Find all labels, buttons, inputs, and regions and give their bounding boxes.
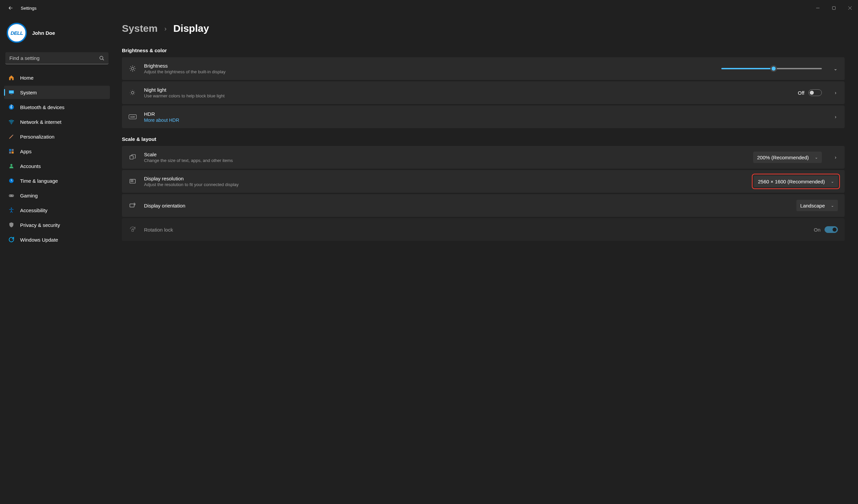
back-button[interactable]: [3, 0, 19, 16]
svg-text:HDR: HDR: [130, 116, 135, 118]
sidebar-item-label: System: [20, 90, 37, 95]
sidebar-item-label: Gaming: [20, 193, 38, 198]
apps-icon: [8, 148, 15, 155]
orientation-value: Landscape: [800, 203, 825, 209]
chevron-right-icon[interactable]: ›: [833, 114, 838, 119]
search-icon: [99, 55, 105, 61]
section-scale-layout: Scale & layout: [122, 136, 845, 142]
svg-point-19: [13, 196, 13, 196]
svg-point-22: [131, 91, 133, 94]
brightness-slider[interactable]: [721, 68, 822, 69]
sidebar-item-personalization[interactable]: Personalization: [4, 130, 110, 143]
breadcrumb-parent[interactable]: System: [122, 23, 158, 34]
night-light-state: Off: [798, 90, 805, 96]
network-icon: [8, 118, 15, 125]
orientation-dropdown[interactable]: Landscape ⌄: [796, 200, 838, 211]
chevron-down-icon[interactable]: ⌄: [833, 66, 838, 71]
scale-dropdown[interactable]: 200% (Recommended) ⌄: [753, 151, 822, 163]
sidebar-item-label: Accessibility: [20, 208, 48, 213]
search-box[interactable]: [5, 52, 109, 64]
rotation-lock-label: Rotation lock: [144, 227, 807, 232]
sidebar-item-label: Personalization: [20, 134, 54, 140]
night-light-label: Night light: [144, 87, 790, 93]
window-title: Settings: [21, 6, 36, 11]
svg-point-18: [12, 195, 13, 195]
sidebar-item-label: Network & internet: [20, 119, 61, 125]
card-orientation[interactable]: Display orientation Landscape ⌄: [122, 194, 845, 217]
night-light-toggle[interactable]: [808, 90, 822, 96]
home-icon: [8, 74, 15, 81]
svg-rect-13: [9, 151, 11, 153]
resolution-value: 2560 × 1600 (Recommended): [758, 179, 825, 184]
hdr-icon: HDR: [129, 114, 137, 119]
card-resolution[interactable]: Display resolution Adjust the resolution…: [122, 170, 845, 193]
bluetooth-icon: [8, 104, 15, 111]
brightness-sub: Adjust the brightness of the built-in di…: [144, 69, 714, 74]
svg-point-21: [131, 67, 133, 70]
svg-rect-28: [130, 204, 134, 207]
resolution-sub: Adjust the resolution to fit your connec…: [144, 182, 746, 187]
svg-point-15: [10, 164, 12, 166]
scale-icon: [129, 153, 137, 161]
sidebar-item-privacy[interactable]: Privacy & security: [4, 218, 110, 232]
card-rotation-lock: Rotation lock On: [122, 218, 845, 241]
maximize-button[interactable]: [826, 0, 842, 16]
sidebar-item-windows-update[interactable]: Windows Update: [4, 233, 110, 246]
sidebar-item-system[interactable]: System: [4, 86, 110, 99]
svg-point-4: [100, 56, 103, 59]
avatar: DELL: [7, 23, 27, 43]
system-icon: [8, 89, 15, 96]
gaming-icon: [8, 192, 15, 199]
sidebar-item-label: Time & language: [20, 178, 58, 184]
sidebar-item-bluetooth[interactable]: Bluetooth & devices: [4, 100, 110, 114]
rotation-lock-state: On: [814, 227, 821, 232]
svg-line-5: [102, 59, 104, 60]
chevron-down-icon: ⌄: [815, 155, 818, 160]
sidebar-item-label: Privacy & security: [20, 222, 60, 228]
search-input[interactable]: [5, 52, 109, 64]
window-controls: [810, 0, 858, 16]
card-hdr[interactable]: HDR HDR More about HDR ›: [122, 105, 845, 128]
scale-value: 200% (Recommended): [757, 155, 809, 160]
svg-point-9: [9, 105, 14, 110]
chevron-right-icon[interactable]: ›: [833, 155, 838, 160]
svg-rect-25: [130, 156, 133, 159]
sidebar-item-time-language[interactable]: Time & language: [4, 174, 110, 188]
scale-label: Scale: [144, 151, 746, 157]
sidebar-item-label: Home: [20, 75, 33, 81]
chevron-right-icon: ›: [164, 25, 167, 32]
chevron-right-icon[interactable]: ›: [833, 90, 838, 95]
sidebar-item-label: Apps: [20, 149, 31, 154]
svg-point-10: [11, 124, 12, 124]
minimize-button[interactable]: [810, 0, 826, 16]
night-light-icon: [129, 89, 137, 96]
personalization-icon: [8, 133, 15, 140]
sidebar-item-accessibility[interactable]: Accessibility: [4, 204, 110, 217]
sidebar-item-home[interactable]: Home: [4, 71, 110, 84]
svg-rect-11: [9, 149, 11, 151]
card-scale[interactable]: Scale Change the size of text, apps, and…: [122, 146, 845, 169]
resolution-icon: [129, 178, 137, 185]
sidebar-item-apps[interactable]: Apps: [4, 145, 110, 158]
svg-rect-27: [131, 180, 133, 182]
night-light-sub: Use warmer colors to help block blue lig…: [144, 93, 790, 98]
card-brightness[interactable]: Brightness Adjust the brightness of the …: [122, 57, 845, 80]
close-button[interactable]: [842, 0, 858, 16]
svg-rect-7: [9, 91, 14, 93]
sidebar-item-label: Accounts: [20, 163, 41, 169]
privacy-icon: [8, 222, 15, 228]
sidebar-item-gaming[interactable]: Gaming: [4, 189, 110, 202]
svg-rect-14: [12, 151, 14, 153]
scale-sub: Change the size of text, apps, and other…: [144, 158, 746, 163]
svg-rect-29: [132, 230, 133, 232]
titlebar: Settings: [0, 0, 858, 16]
sidebar-item-network[interactable]: Network & internet: [4, 115, 110, 129]
hdr-link[interactable]: More about HDR: [144, 117, 822, 123]
card-night-light[interactable]: Night light Use warmer colors to help bl…: [122, 81, 845, 104]
breadcrumb: System › Display: [122, 23, 845, 34]
resolution-dropdown[interactable]: 2560 × 1600 (Recommended) ⌄: [754, 176, 838, 187]
profile[interactable]: DELL John Doe: [4, 19, 110, 51]
sidebar-item-label: Windows Update: [20, 237, 58, 243]
sidebar-item-accounts[interactable]: Accounts: [4, 159, 110, 173]
main-content: System › Display Brightness & color Brig…: [114, 16, 858, 504]
